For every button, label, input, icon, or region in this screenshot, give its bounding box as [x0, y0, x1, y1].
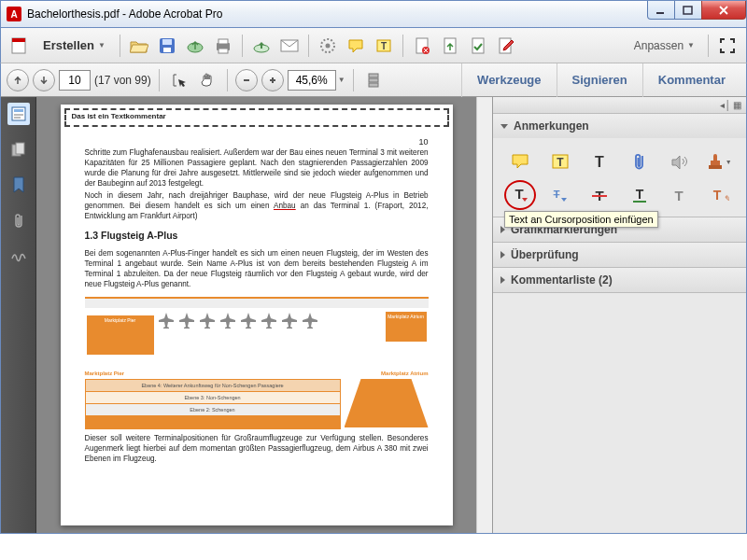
attachments-panel-icon[interactable]	[7, 209, 30, 231]
diagram: Marktplatz Pier Marktplatz Atrium	[85, 297, 429, 429]
highlight-tool-icon[interactable]: T	[541, 147, 581, 175]
panel-menu-icon[interactable]: ▦	[731, 100, 742, 111]
text-box-tool-icon[interactable]: T	[659, 181, 699, 209]
underlined-word: Anbau	[274, 202, 296, 210]
settings-icon[interactable]	[315, 33, 341, 59]
window-title: Bachelorthesis.pdf - Adobe Acrobat Pro	[27, 7, 648, 21]
select-tool-icon[interactable]	[167, 68, 191, 92]
cloud-icon[interactable]	[182, 33, 208, 59]
main-area: Das ist ein Textkommentar 10 Schritte zu…	[0, 97, 747, 534]
main-toolbar: Erstellen▼ T Anpassen▼	[0, 28, 747, 63]
svg-rect-10	[218, 49, 228, 53]
app-icon: A	[7, 7, 21, 21]
review-section-header[interactable]: Überprüfung	[493, 243, 746, 267]
window-close-button[interactable]	[701, 1, 746, 20]
page-number: 10	[418, 136, 428, 147]
share-icon[interactable]	[248, 33, 275, 59]
diagram-label: Marktplatz Atrium	[381, 370, 428, 377]
tools-tab[interactable]: Werkzeuge	[461, 63, 556, 97]
create-pdf-icon[interactable]	[7, 33, 33, 59]
zoom-out-button[interactable]	[235, 69, 258, 91]
review-label: Überprüfung	[511, 248, 579, 261]
body-paragraph: Noch in diesem Jahr, nach dreijähriger B…	[85, 190, 429, 221]
bookmarks-panel-icon[interactable]	[7, 174, 30, 196]
fullscreen-icon[interactable]	[714, 33, 740, 59]
hand-tool-icon[interactable]	[195, 68, 219, 92]
text-tool-icon[interactable]: T	[580, 147, 620, 175]
stamp-tool-icon[interactable]: ▼	[699, 147, 740, 175]
print-icon[interactable]	[210, 33, 236, 59]
attach-tool-icon[interactable]	[620, 147, 660, 175]
diagram-label: Marktplatz Pier	[85, 370, 125, 377]
comment-list-section-header[interactable]: Kommentarliste (2)	[493, 268, 746, 292]
document-viewport[interactable]: Das ist ein Textkommentar 10 Schritte zu…	[36, 97, 476, 533]
svg-text:T: T	[381, 41, 387, 51]
chevron-right-icon	[500, 251, 505, 259]
svg-text:T: T	[595, 154, 604, 170]
svg-text:T: T	[675, 188, 684, 203]
chevron-right-icon	[500, 276, 505, 284]
comment-tab[interactable]: Kommentar	[642, 63, 740, 97]
svg-text:T: T	[557, 156, 564, 169]
document-edit-icon[interactable]	[493, 33, 519, 59]
svg-rect-33	[16, 143, 24, 154]
next-page-button[interactable]	[33, 69, 55, 91]
left-nav-panel	[1, 97, 36, 533]
svg-rect-31	[14, 117, 21, 119]
email-icon[interactable]	[276, 33, 303, 59]
svg-rect-6	[163, 48, 171, 52]
diagram-row: Ebene 3: Non-Schengen	[86, 392, 340, 404]
audio-tool-icon[interactable]	[659, 147, 699, 175]
diagram-row	[86, 416, 340, 428]
text-correction-tool-icon[interactable]: T✎	[699, 181, 740, 209]
svg-rect-24	[272, 77, 274, 83]
svg-rect-29	[14, 109, 23, 112]
window-maximize-button[interactable]	[674, 1, 702, 20]
tooltip: Text an Cursorposition einfügen	[504, 211, 658, 228]
zoom-in-button[interactable]	[261, 69, 284, 91]
save-icon[interactable]	[154, 33, 180, 59]
window-minimize-button[interactable]	[647, 1, 675, 20]
annotations-section-header[interactable]: Anmerkungen	[493, 114, 746, 138]
prev-page-button[interactable]	[7, 69, 29, 91]
page-number-input[interactable]	[59, 70, 91, 91]
replace-text-tool-icon[interactable]: T	[541, 181, 581, 209]
panel-collapse-icon[interactable]: ◂│	[720, 100, 731, 111]
svg-rect-1	[684, 7, 692, 14]
svg-point-14	[325, 43, 330, 48]
sticky-note-icon[interactable]	[343, 33, 369, 59]
svg-rect-30	[14, 114, 23, 116]
thumbnails-panel-icon[interactable]	[7, 103, 30, 125]
create-label: Erstellen	[43, 38, 94, 52]
highlight-text-icon[interactable]: T	[371, 33, 397, 59]
strikethrough-tool-icon[interactable]: T	[580, 181, 620, 209]
vertical-scrollbar[interactable]	[476, 97, 492, 533]
insert-text-tool-icon[interactable]: T	[500, 181, 541, 209]
svg-rect-5	[162, 39, 172, 45]
annotations-label: Anmerkungen	[514, 119, 589, 133]
pages-panel-icon[interactable]	[7, 138, 30, 161]
customize-button[interactable]: Anpassen▼	[627, 39, 702, 52]
svg-rect-9	[218, 39, 228, 44]
open-icon[interactable]	[126, 33, 152, 59]
svg-rect-27	[369, 83, 378, 87]
sticky-note-tool-icon[interactable]	[500, 147, 541, 175]
signatures-panel-icon[interactable]	[7, 245, 30, 267]
create-button[interactable]: Erstellen▼	[35, 33, 114, 59]
document-delete-icon[interactable]	[409, 33, 435, 59]
comment-list-label: Kommentarliste (2)	[511, 273, 613, 287]
document-page: Das ist ein Textkommentar 10 Schritte zu…	[61, 105, 453, 525]
svg-rect-0	[656, 12, 664, 14]
document-check-icon[interactable]	[465, 33, 491, 59]
svg-rect-37	[709, 165, 722, 169]
sign-tab[interactable]: Signieren	[557, 63, 642, 97]
svg-text:T: T	[635, 187, 643, 202]
svg-text:T: T	[515, 186, 524, 202]
underline-tool-icon[interactable]: T	[620, 181, 660, 209]
document-up-icon[interactable]	[437, 33, 463, 59]
svg-text:T: T	[712, 188, 721, 203]
diagram-row: Ebene 2: Schengen	[86, 404, 340, 416]
fit-width-icon[interactable]	[361, 68, 386, 92]
diagram-row: Ebene 4: Weiterer Ankunftsweg für Non-Sc…	[86, 380, 340, 392]
zoom-input[interactable]	[288, 70, 336, 91]
